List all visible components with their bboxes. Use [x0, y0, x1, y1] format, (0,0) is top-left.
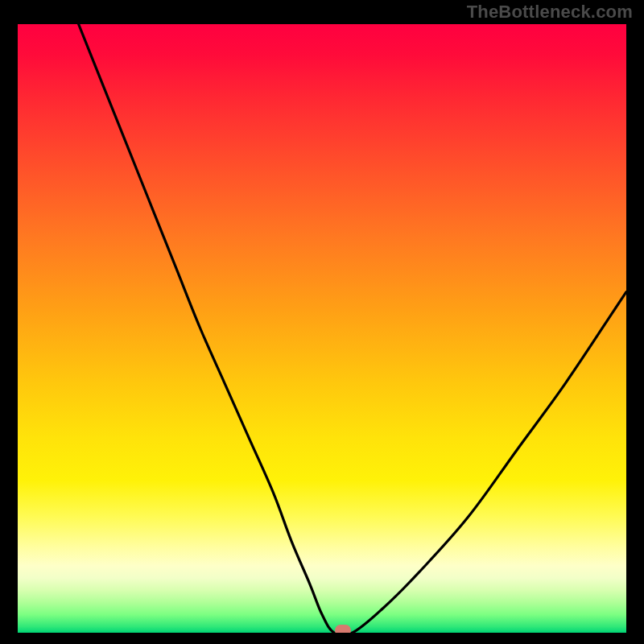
bottleneck-curve — [18, 24, 626, 633]
chart-frame: TheBottleneck.com — [0, 0, 644, 644]
optimal-point-marker — [335, 625, 351, 633]
attribution-text: TheBottleneck.com — [467, 2, 633, 23]
plot-area — [18, 24, 626, 633]
